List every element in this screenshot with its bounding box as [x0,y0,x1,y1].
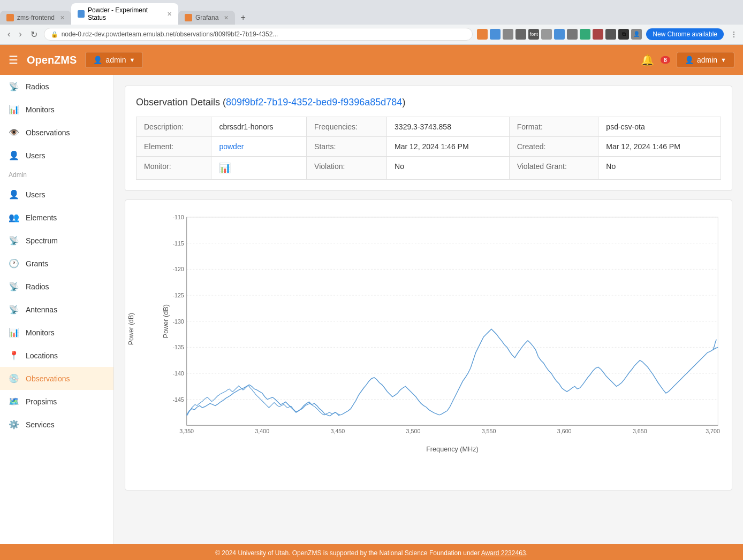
svg-text:-120: -120 [172,266,184,272]
radio-icon: 📡 [9,81,19,91]
sidebar-item-users[interactable]: 👤 Users [0,144,113,167]
sidebar-item-spectrum[interactable]: 📡 Spectrum [0,229,113,252]
sidebar-item-grants[interactable]: 🕐 Grants [0,252,113,275]
violation-value: No [387,157,510,180]
description-label: Description: [137,117,211,137]
sidebar-item-observations[interactable]: 👁️ Observations [0,121,113,144]
sidebar-label-admin-users: Users [26,190,46,199]
sidebar-label-monitors-admin: Monitors [26,328,55,337]
toolbar-icon-extensions[interactable]: ⧉ [618,29,629,40]
sidebar-label-radios: Radios [26,82,49,91]
chrome-more-button[interactable]: ⋮ [730,30,738,39]
toolbar-icon-10[interactable] [605,29,616,40]
nav-right: 🔔 8 👤 admin ▼ [641,52,734,68]
observations-admin-icon: 💿 [9,373,19,383]
svg-text:3,350: 3,350 [179,428,194,434]
violation-label: Violation: [307,157,387,180]
sidebar-item-monitors[interactable]: 📊 Monitors [0,98,113,121]
tab-label-zms: zms-frontend [17,14,55,21]
address-bar: ‹ › ↻ 🔒 node-0.rdz-dev.powderteam.emulab… [0,25,743,44]
tab-zms[interactable]: zms-frontend ✕ [0,11,71,25]
hamburger-menu[interactable]: ☰ [9,53,18,66]
admin-users-icon: 👤 [9,189,19,200]
starts-label: Starts: [307,137,387,157]
observation-uuid-link[interactable]: 809f9bf2-7b19-4352-bed9-f9396a85d784 [226,97,402,108]
new-tab-button[interactable]: + [235,11,251,25]
sidebar-item-elements[interactable]: 👥 Elements [0,206,113,229]
toolbar-icon-3[interactable] [503,29,513,40]
sidebar-item-locations[interactable]: 📍 Locations [0,344,113,367]
tab-close-zms[interactable]: ✕ [60,14,65,21]
footer-text: © 2024 University of Utah. OpenZMS is su… [215,549,481,557]
sidebar-label-grants: Grants [26,259,48,268]
browser-chrome: zms-frontend ✕ Powder - Experiment Statu… [0,0,743,45]
tab-bar: zms-frontend ✕ Powder - Experiment Statu… [0,0,743,25]
svg-text:-145: -145 [172,396,184,403]
users-icon: 👤 [9,150,19,160]
sidebar-label-observations: Observations [26,128,70,137]
toolbar-icon-4[interactable] [515,29,526,40]
svg-text:3,500: 3,500 [406,428,421,434]
footer-text-end: . [526,549,527,557]
reload-button[interactable]: ↻ [28,28,40,41]
sidebar-item-monitors-admin[interactable]: 📊 Monitors [0,321,113,344]
url-input[interactable]: 🔒 node-0.rdz-dev.powderteam.emulab.net/o… [44,28,473,41]
toolbar-icon-profile[interactable]: 👤 [631,29,642,40]
sidebar-label-antennas: Antennas [26,305,57,314]
toolbar-icon-1[interactable] [477,29,488,40]
main-content: Observation Details (809f9bf2-7b19-4352-… [114,75,743,544]
services-icon: ⚙️ [9,419,19,429]
bell-icon[interactable]: 🔔 [641,53,654,66]
spectrum-chart-container: Power (dB) -110 -115 -120 [125,200,732,490]
admin-right-icon: 👤 [685,56,694,64]
sidebar-item-propsims[interactable]: 🗺️ Propsims [0,390,113,413]
toolbar-icon-5[interactable] [541,29,552,40]
tab-label-powder: Powder - Experiment Status [88,6,162,21]
svg-text:-110: -110 [172,214,184,220]
monitors-admin-icon: 📊 [9,327,19,337]
toolbar-icon-font[interactable]: font [528,29,539,40]
tab-close-powder[interactable]: ✕ [167,11,172,18]
sidebar-item-admin-users[interactable]: 👤 Users [0,183,113,206]
svg-text:-135: -135 [172,344,184,350]
description-value: cbrssdr1-honors [211,117,307,137]
toolbar-icon-2[interactable] [490,29,501,40]
tab-favicon-zms [6,14,14,21]
sidebar-label-services: Services [26,420,55,429]
sidebar-item-observations-admin[interactable]: 💿 Observations [0,367,113,390]
sidebar-item-services[interactable]: ⚙️ Services [0,413,113,436]
back-button[interactable]: ‹ [5,28,12,40]
table-row: Monitor: 📊 Violation: No Violated Grant:… [137,157,721,180]
toolbar-icon-8[interactable] [580,29,590,40]
format-label: Format: [509,117,598,137]
svg-text:3,700: 3,700 [706,428,720,434]
admin-icon: 👤 [93,56,102,64]
tab-powder[interactable]: Powder - Experiment Status ✕ [71,3,178,25]
sidebar-item-radios-admin[interactable]: 📡 Radios [0,275,113,298]
svg-text:Power (dB): Power (dB) [162,304,170,338]
spectrum-icon: 📡 [9,235,19,246]
admin-right-chevron: ▼ [721,57,726,63]
tab-grafana[interactable]: Grafana ✕ [178,11,235,25]
frequencies-label: Frequencies: [307,117,387,137]
admin-right-button[interactable]: 👤 admin ▼ [677,52,734,68]
sidebar-admin-section: Admin [0,167,113,183]
forward-button[interactable]: › [17,28,24,40]
new-chrome-button[interactable]: New Chrome available [646,28,724,40]
toolbar-icon-7[interactable] [567,29,578,40]
chart-area: Power (dB) -110 -115 -120 [134,209,723,481]
toolbar-icon-6[interactable] [554,29,565,40]
observations-icon: 👁️ [9,127,19,137]
award-link[interactable]: Award 2232463 [481,549,526,557]
tab-close-grafana[interactable]: ✕ [224,14,229,21]
toolbar-icon-9[interactable] [593,29,603,40]
sidebar-item-antennas[interactable]: 📡 Antennas [0,298,113,321]
observation-details-card: Observation Details (809f9bf2-7b19-4352-… [125,86,732,191]
sidebar-item-radios[interactable]: 📡 Radios [0,75,113,98]
element-link[interactable]: powder [219,142,244,151]
spectrum-chart-svg: -110 -115 -120 -125 -130 [161,209,723,460]
sidebar-label-elements: Elements [26,213,57,222]
toolbar-icons: font ⧉ 👤 [477,29,642,40]
frequencies-value: 3329.3-3743.858 [387,117,510,137]
admin-button[interactable]: 👤 admin ▼ [85,52,143,68]
